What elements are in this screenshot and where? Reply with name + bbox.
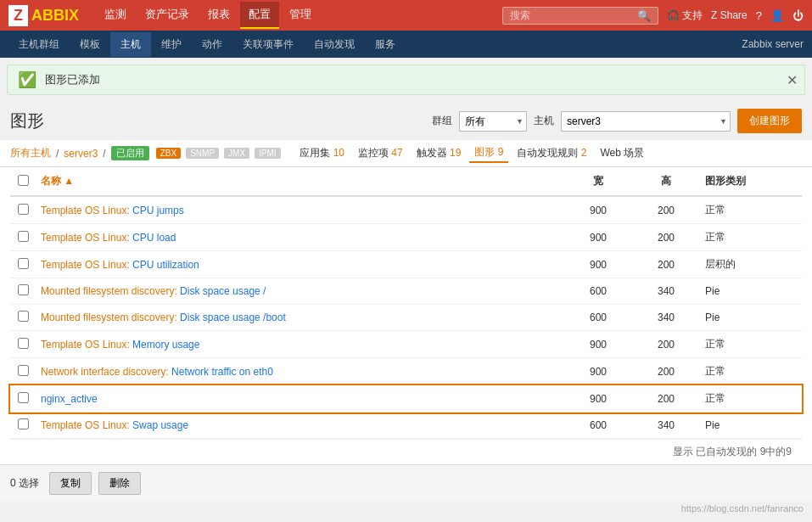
search-icon: 🔍 — [637, 9, 651, 22]
share-link[interactable]: Z Share — [711, 9, 748, 21]
graphs-table: 名称 ▲ 宽 高 图形类别 Template OS Linux: CPU jum… — [10, 167, 802, 439]
subnav-actions[interactable]: 动作 — [192, 32, 232, 57]
host-select[interactable]: server3 — [561, 111, 731, 132]
row-prefix[interactable]: Network interface discovery: — [41, 366, 171, 378]
sep2: / — [103, 148, 105, 160]
row-graph-name[interactable]: Memory usage — [132, 339, 199, 351]
row-prefix[interactable]: Template OS Linux: — [41, 232, 132, 244]
tab-triggers[interactable]: 触发器 19 — [412, 144, 467, 162]
subnav-templates[interactable]: 模板 — [70, 32, 110, 57]
row-graph-name[interactable]: Network traffic on eth0 — [171, 366, 273, 378]
table-row: Template OS Linux: CPU load900200正常 — [10, 224, 802, 251]
row-checkbox-cell — [10, 331, 36, 358]
row-prefix[interactable]: Template OS Linux: — [41, 205, 132, 216]
host-label: 主机 — [534, 114, 554, 128]
row-height: 200 — [632, 385, 700, 413]
row-graph-name[interactable]: nginx_active — [41, 393, 98, 405]
row-checkbox-cell — [10, 413, 36, 439]
row-graph-type: 正常 — [700, 331, 802, 358]
row-checkbox-cell — [10, 358, 36, 385]
row-prefix[interactable]: Template OS Linux: — [41, 419, 132, 431]
user-icon[interactable]: 👤 — [770, 9, 784, 22]
row-checkbox[interactable] — [18, 365, 29, 376]
group-select[interactable]: 所有 — [459, 111, 527, 132]
row-graph-name[interactable]: Disk space usage / — [180, 285, 266, 297]
help-icon[interactable]: ? — [756, 9, 762, 22]
subnav-hosts[interactable]: 主机 — [110, 32, 151, 57]
row-checkbox[interactable] — [18, 284, 29, 295]
row-width: 900 — [564, 196, 632, 224]
row-checkbox[interactable] — [18, 258, 29, 269]
row-name: Network interface discovery: Network tra… — [36, 358, 564, 385]
tab-web-scenarios[interactable]: Web 场景 — [595, 144, 649, 162]
subnav-discovery[interactable]: 自动发现 — [304, 32, 365, 57]
row-checkbox[interactable] — [18, 204, 29, 215]
nav-admin[interactable]: 管理 — [281, 2, 320, 29]
search-input[interactable] — [510, 9, 637, 21]
row-checkbox[interactable] — [18, 338, 29, 349]
subnav-services[interactable]: 服务 — [365, 32, 406, 57]
create-graph-button[interactable]: 创建图形 — [737, 109, 802, 133]
subnav-correlation[interactable]: 关联项事件 — [232, 32, 304, 57]
row-prefix[interactable]: Mounted filesystem discovery: — [41, 285, 180, 297]
row-width: 900 — [564, 331, 632, 358]
row-graph-name[interactable]: CPU load — [132, 232, 176, 244]
row-graph-name[interactable]: CPU utilization — [132, 259, 199, 271]
header-name[interactable]: 名称 ▲ — [36, 167, 564, 196]
search-box[interactable]: 🔍 — [502, 7, 658, 25]
table-row: nginx_active900200正常 — [10, 385, 802, 413]
nav-config[interactable]: 配置 — [240, 2, 279, 29]
logo[interactable]: Z ABBIX — [8, 5, 79, 26]
row-graph-type: Pie — [700, 278, 802, 305]
nav-reports[interactable]: 报表 — [199, 2, 238, 29]
row-graph-name[interactable]: CPU jumps — [132, 205, 184, 216]
select-all-checkbox[interactable] — [18, 175, 29, 186]
alert-icon: ✅ — [18, 70, 36, 89]
nav-assets[interactable]: 资产记录 — [137, 2, 198, 29]
badge-snmp: SNMP — [186, 148, 219, 159]
row-checkbox[interactable] — [18, 311, 29, 322]
header-checkbox-cell — [10, 167, 36, 196]
bottom-bar: 0 选择 复制 删除 — [0, 464, 812, 502]
row-graph-name[interactable]: Disk space usage /boot — [180, 312, 286, 323]
page-header: 图形 群组 所有 主机 server3 创建图形 — [0, 102, 812, 140]
row-prefix[interactable]: Template OS Linux: — [41, 339, 132, 351]
tab-monitors[interactable]: 监控项 47 — [353, 144, 408, 162]
table-footer: 显示 已自动发现的 9中的9 — [10, 439, 802, 464]
alert-close[interactable]: ✕ — [787, 72, 798, 88]
tab-discovery-rules[interactable]: 自动发现规则 2 — [512, 144, 591, 162]
logout-icon[interactable]: ⏻ — [792, 9, 804, 22]
row-name: Template OS Linux: CPU utilization — [36, 251, 564, 278]
row-prefix[interactable]: Template OS Linux: — [41, 259, 132, 271]
subnav-maintenance[interactable]: 维护 — [151, 32, 192, 57]
sep1: / — [56, 148, 59, 160]
delete-button[interactable]: 删除 — [98, 472, 141, 495]
row-height: 340 — [632, 305, 700, 331]
row-height: 200 — [632, 331, 700, 358]
tab-appsets[interactable]: 应用集 10 — [294, 144, 350, 162]
row-name: nginx_active — [36, 385, 564, 413]
host-select-wrapper: server3 — [561, 111, 731, 132]
row-height: 200 — [632, 251, 700, 278]
table-row: Template OS Linux: CPU utilization900200… — [10, 251, 802, 278]
nav-monitor[interactable]: 监测 — [96, 2, 135, 29]
all-hosts-link[interactable]: 所有主机 — [10, 146, 51, 160]
support-link[interactable]: 🎧 支持 — [667, 8, 703, 23]
server-link[interactable]: server3 — [64, 148, 98, 160]
copy-button[interactable]: 复制 — [49, 472, 92, 495]
subnav-hostgroups[interactable]: 主机群组 — [8, 32, 70, 57]
row-graph-name[interactable]: Swap usage — [132, 419, 188, 431]
row-checkbox[interactable] — [18, 392, 29, 403]
row-graph-type: 正常 — [700, 358, 802, 385]
group-label: 群组 — [432, 114, 452, 128]
row-checkbox[interactable] — [18, 418, 29, 429]
server-name: Zabbix server — [742, 38, 804, 50]
row-width: 600 — [564, 305, 632, 331]
row-checkbox-cell — [10, 278, 36, 305]
table-row: Mounted filesystem discovery: Disk space… — [10, 305, 802, 331]
badge-jmx: JMX — [224, 148, 249, 159]
row-prefix[interactable]: Mounted filesystem discovery: — [41, 312, 180, 323]
tab-graphs[interactable]: 图形 9 — [469, 143, 508, 163]
top-nav-links: 监测 资产记录 报表 配置 管理 — [96, 2, 502, 29]
row-checkbox[interactable] — [18, 231, 29, 242]
